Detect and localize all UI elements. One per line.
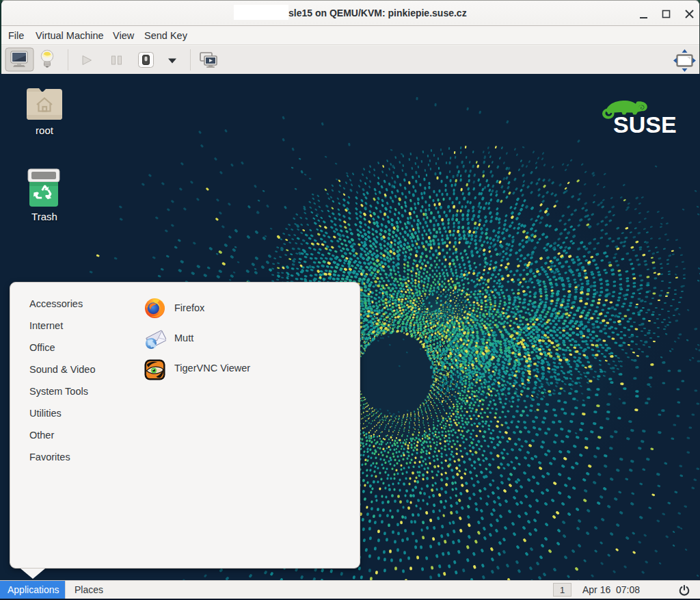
svg-text:SUSE: SUSE bbox=[613, 112, 677, 138]
